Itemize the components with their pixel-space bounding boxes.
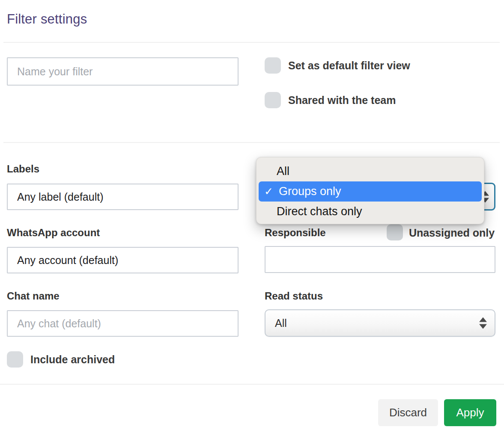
divider: [0, 384, 504, 385]
shared-team-checkbox[interactable]: [265, 92, 281, 108]
whatsapp-account-field-label: WhatsApp account: [7, 227, 100, 239]
dropdown-option-groups-only[interactable]: ✓ Groups only: [259, 181, 482, 202]
unassigned-only-label: Unassigned only: [409, 227, 495, 239]
include-archived-checkbox[interactable]: [7, 351, 23, 368]
divider: [3, 142, 500, 143]
unassigned-only-checkbox[interactable]: [387, 224, 403, 240]
arrow-up-icon: [479, 317, 487, 322]
include-archived-label: Include archived: [30, 353, 115, 366]
checkmark-icon: ✓: [264, 186, 273, 197]
select-stepper-icon: [479, 317, 487, 329]
discard-button[interactable]: Discard: [378, 399, 438, 426]
dropdown-option-label: Groups only: [279, 185, 341, 198]
include-archived-checkbox-row[interactable]: Include archived: [7, 351, 115, 368]
labels-field-label: Labels: [7, 163, 39, 175]
apply-button[interactable]: Apply: [444, 399, 496, 426]
arrow-down-icon: [479, 324, 487, 329]
responsible-field-label: Responsible: [265, 227, 326, 239]
filter-name-input[interactable]: [7, 57, 239, 86]
dropdown-option-all[interactable]: All: [256, 161, 484, 181]
chat-type-dropdown: All ✓ Groups only Direct chats only: [256, 157, 484, 224]
dropdown-option-direct-chats-only[interactable]: Direct chats only: [256, 202, 484, 222]
divider: [3, 42, 500, 43]
default-filter-label: Set as default filter view: [288, 59, 410, 72]
page-title: Filter settings: [7, 12, 87, 27]
labels-input[interactable]: [7, 184, 239, 210]
shared-team-checkbox-row[interactable]: Shared with the team: [265, 92, 396, 108]
dropdown-option-label: All: [277, 165, 289, 178]
chat-name-input[interactable]: [7, 310, 239, 337]
shared-team-label: Shared with the team: [288, 94, 396, 107]
read-status-value: All: [275, 317, 287, 329]
whatsapp-account-input[interactable]: [7, 247, 239, 273]
filter-settings-dialog: Filter settings Set as default filter vi…: [0, 0, 504, 439]
chat-name-field-label: Chat name: [7, 290, 60, 302]
dropdown-option-label: Direct chats only: [277, 205, 362, 218]
read-status-field-label: Read status: [265, 290, 323, 302]
responsible-input[interactable]: [265, 246, 495, 273]
read-status-select[interactable]: All: [265, 309, 495, 337]
default-filter-checkbox-row[interactable]: Set as default filter view: [265, 57, 410, 74]
default-filter-checkbox[interactable]: [265, 57, 281, 74]
